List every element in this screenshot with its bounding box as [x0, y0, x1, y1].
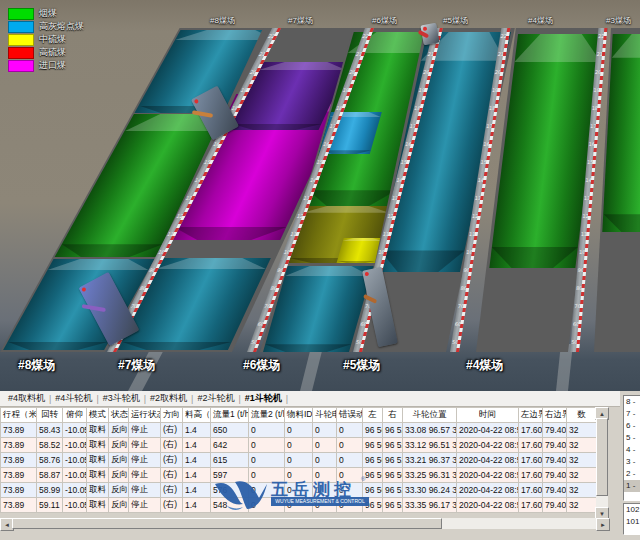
- table-cell: 96 50: [383, 468, 403, 483]
- column-header: 状态: [109, 408, 129, 423]
- side-list-item[interactable]: 6 -: [624, 420, 640, 432]
- pile-bottom-face: [376, 250, 465, 272]
- machine-tabs: #4取料机|#4斗轮机|#3斗轮机|#2取料机|#2斗轮机|#1斗轮机|: [0, 391, 640, 407]
- pile-bottom-face: [489, 247, 578, 268]
- table-cell: 32: [567, 483, 597, 498]
- side-list-item[interactable]: 4 -: [624, 444, 640, 456]
- table-cell: (右): [161, 498, 183, 513]
- side-list-item[interactable]: 3 -: [624, 456, 640, 468]
- horizontal-scroll-thumb[interactable]: [12, 518, 442, 529]
- table-cell: 642: [211, 438, 249, 453]
- data-panel: #4取料机|#4斗轮机|#3斗轮机|#2取料机|#2斗轮机|#1斗轮机| 行程（…: [0, 391, 640, 540]
- yard-label-bottom: #8煤场: [18, 357, 55, 374]
- table-cell: (右): [161, 423, 183, 438]
- tab-#2斗轮机[interactable]: #2斗轮机: [193, 392, 238, 405]
- table-cell: 33.25 96.31 3.58: [403, 468, 457, 483]
- vertical-scrollbar[interactable]: ▲ ▼: [596, 407, 608, 518]
- table-cell: 1.4: [183, 453, 211, 468]
- table-cell: 1.4: [183, 498, 211, 513]
- table-cell: 96 52: [383, 423, 403, 438]
- yard-label-bottom: #6煤场: [243, 357, 280, 374]
- column-header: 错误动作: [337, 408, 363, 423]
- table-cell: 反向: [109, 438, 129, 453]
- table-cell: 73.89: [1, 468, 37, 483]
- table-cell: 79.40: [543, 498, 567, 513]
- side-code-item[interactable]: 101: [624, 516, 640, 528]
- code-list[interactable]: 102101: [623, 503, 640, 535]
- pile-bottom-face: [55, 244, 163, 257]
- belt-index-list[interactable]: 8 -7 -6 -5 -4 -3 -2 -1 -: [623, 395, 640, 501]
- table-cell: 73.89: [1, 423, 37, 438]
- tab-#4取料机[interactable]: #4取料机: [4, 392, 49, 405]
- tab-#2取料机[interactable]: #2取料机: [146, 392, 191, 405]
- side-list-item[interactable]: 2 -: [624, 468, 640, 480]
- table-cell: 33.08 96.57 3.58: [403, 423, 457, 438]
- side-list-item[interactable]: 8 -: [624, 396, 640, 408]
- table-cell: 0: [249, 423, 285, 438]
- table-cell: 17.60: [519, 423, 543, 438]
- yard-label-bottom: #5煤场: [343, 357, 380, 374]
- side-list-item[interactable]: 5 -: [624, 432, 640, 444]
- table-cell: -10.05: [63, 453, 87, 468]
- scroll-right-button[interactable]: ►: [596, 518, 610, 531]
- table-cell: 取料: [87, 453, 109, 468]
- table-cell: 79.40: [543, 468, 567, 483]
- coal-yard-3d-view: 2202102001901801701601501401301201101009…: [0, 0, 640, 391]
- pile-top-face: [284, 266, 373, 276]
- column-header: 右边界: [543, 408, 567, 423]
- table-cell: 反向: [109, 483, 129, 498]
- column-header: 时间: [457, 408, 519, 423]
- side-list-item[interactable]: 1 -: [624, 480, 640, 492]
- machine-marker-light: [364, 272, 369, 277]
- column-header: 斗轮电流: [313, 408, 337, 423]
- column-header: 斗轮位置: [403, 408, 457, 423]
- tab-#1斗轮机[interactable]: #1斗轮机: [241, 392, 286, 405]
- table-cell: 反向: [109, 498, 129, 513]
- table-cell: 0: [249, 438, 285, 453]
- pile-top-face: [514, 34, 604, 62]
- table-row[interactable]: 73.8958.52-10.05取料反向停止(右)1.4642000096 56…: [1, 438, 597, 453]
- side-list-item[interactable]: 7 -: [624, 408, 640, 420]
- table-cell: 取料: [87, 468, 109, 483]
- table-cell: 反向: [109, 468, 129, 483]
- pile-bottom-face: [304, 190, 397, 206]
- table-cell: 79.40: [543, 453, 567, 468]
- legend-item: 中硫煤: [8, 33, 84, 46]
- table-cell: 58.87: [37, 468, 63, 483]
- table-cell: 79.40: [543, 423, 567, 438]
- table-cell: 33.30 96.24 3.58: [403, 483, 457, 498]
- tab-#4斗轮机[interactable]: #4斗轮机: [51, 392, 96, 405]
- tab-#3斗轮机[interactable]: #3斗轮机: [99, 392, 144, 405]
- table-cell: 2020-04-22 08:50:32: [457, 423, 519, 438]
- table-cell: 17.60: [519, 483, 543, 498]
- table-cell: 2020-04-22 08:50:33: [457, 438, 519, 453]
- table-row[interactable]: 73.8958.43-10.05取料反向停止(右)1.4650000096 56…: [1, 423, 597, 438]
- pile-top-face: [258, 62, 351, 70]
- table-cell: 96 56: [363, 438, 383, 453]
- table-row[interactable]: 73.8958.76-10.05取料反向停止(右)1.4615000096 56…: [1, 453, 597, 468]
- table-cell: 取料: [87, 483, 109, 498]
- table-cell: 0: [337, 453, 363, 468]
- table-cell: 0: [313, 453, 337, 468]
- wuyue-swoosh-icon: [213, 478, 269, 512]
- table-cell: (右): [161, 468, 183, 483]
- table-cell: 0: [337, 423, 363, 438]
- table-cell: 2020-04-22 08:50:35: [457, 498, 519, 513]
- column-header: 流量1 (t/h): [211, 408, 249, 423]
- vertical-scroll-thumb[interactable]: [596, 418, 608, 496]
- table-cell: (右): [161, 483, 183, 498]
- table-cell: 0: [285, 453, 313, 468]
- table-cell: 停止: [129, 468, 161, 483]
- table-cell: 0: [313, 423, 337, 438]
- table-cell: 0: [313, 438, 337, 453]
- column-header: 左: [363, 408, 383, 423]
- legend-label: 高灰熔点煤: [39, 20, 84, 33]
- registered-mark: ®: [361, 476, 365, 482]
- table-cell: 取料: [87, 438, 109, 453]
- table-cell: 33.21 96.37 3.58: [403, 453, 457, 468]
- table-cell: 32: [567, 423, 597, 438]
- table-cell: 79.40: [543, 483, 567, 498]
- horizontal-scrollbar[interactable]: ◄ ►: [0, 518, 608, 529]
- side-code-item[interactable]: 102: [624, 504, 640, 516]
- table-cell: 0: [337, 438, 363, 453]
